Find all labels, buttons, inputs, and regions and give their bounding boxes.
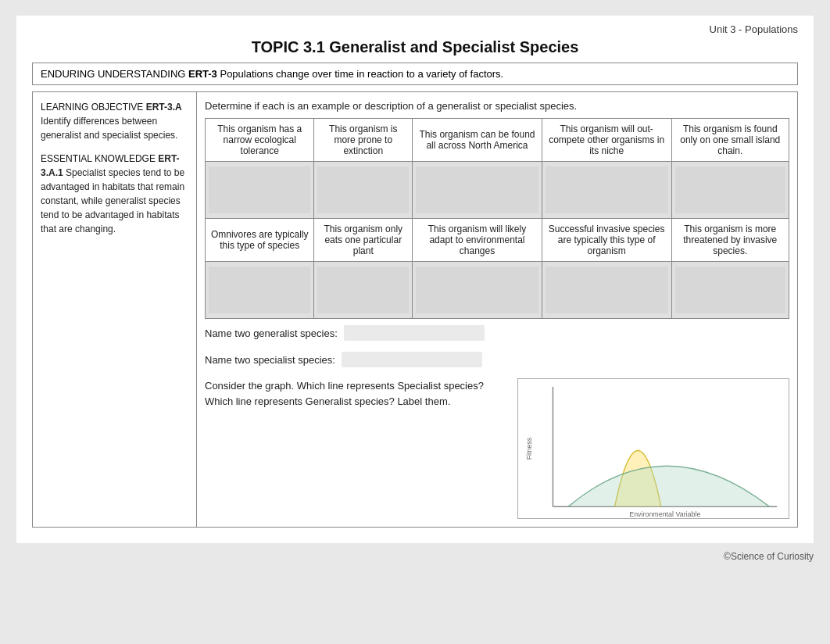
img-cell-1-1 [206, 162, 314, 219]
generalist-name-line: Name two generalist species: [205, 325, 789, 341]
bottom-section: Name two generalist species: Name two sp… [205, 325, 789, 519]
enduring-text: Populations change over time in reaction… [217, 68, 503, 80]
graph-box: Environmental Variable Fitness [517, 378, 789, 519]
img-cell-1-5 [671, 162, 789, 219]
cell-1-3: This organism can be found all across No… [413, 119, 542, 162]
image-row-2 [206, 262, 789, 319]
unit-label: Unit 3 - Populations [32, 23, 798, 35]
classification-grid: This organism has a narrow ecological to… [205, 118, 789, 319]
topic-title: TOPIC 3.1 Generalist and Specialist Spec… [32, 38, 798, 56]
specialist-label: Name two specialist species: [205, 354, 335, 366]
page-wrapper: Unit 3 - Populations TOPIC 3.1 Generalis… [16, 16, 814, 543]
essential-knowledge-block: ESSENTIAL KNOWLEDGE ERT-3.A.1 Specialist… [41, 152, 188, 236]
copyright-footer: ©Science of Curiosity [16, 551, 814, 562]
text-row-2: Omnivores are typically this type of spe… [206, 219, 789, 262]
learning-obj-bold: ERT-3.A [146, 102, 182, 113]
img-cell-1-4 [542, 162, 671, 219]
cell-1-5: This organism is found only on one small… [671, 119, 789, 162]
graph-svg: Environmental Variable Fitness [518, 379, 789, 518]
learning-obj-label: LEARNING OBJECTIVE [41, 102, 146, 113]
text-row-1: This organism has a narrow ecological to… [206, 119, 789, 162]
img-cell-2-5 [671, 262, 789, 319]
essential-label: ESSENTIAL KNOWLEDGE [41, 153, 156, 164]
graph-question-section: Consider the graph. Which line represent… [205, 378, 789, 519]
specialist-answer[interactable] [342, 352, 482, 367]
img-cell-1-3 [413, 162, 542, 219]
svg-text:Fitness: Fitness [525, 437, 533, 460]
left-panel: LEARNING OBJECTIVE ERT-3.A Identify diff… [33, 92, 197, 527]
image-row-1 [206, 162, 789, 219]
img-cell-2-2 [314, 262, 413, 319]
instruction-text: Determine if each is an example or descr… [205, 100, 789, 112]
enduring-prefix: ENDURING UNDERSTANDING [41, 68, 188, 80]
cell-2-1: Omnivores are typically this type of spe… [206, 219, 314, 262]
main-area: LEARNING OBJECTIVE ERT-3.A Identify diff… [32, 91, 798, 528]
img-cell-2-3 [413, 262, 542, 319]
cell-1-4: This organism will out-compete other org… [542, 119, 671, 162]
cell-2-4: Successful invasive species are typicall… [542, 219, 671, 262]
cell-2-5: This organism is more threatened by inva… [671, 219, 789, 262]
generalist-answer[interactable] [344, 325, 485, 341]
learning-obj-text: Identify differences between generalist … [41, 114, 188, 142]
specialist-name-line: Name two specialist species: [205, 352, 789, 367]
cell-2-3: This organism will likely adapt to envir… [413, 219, 542, 262]
right-panel: Determine if each is an example or descr… [197, 92, 797, 527]
svg-text:Environmental Variable: Environmental Variable [629, 510, 700, 518]
enduring-understanding: ENDURING UNDERSTANDING ERT-3 Populations… [32, 63, 798, 85]
generalist-label: Name two generalist species: [205, 327, 338, 339]
cell-2-2: This organism only eats one particular p… [314, 219, 413, 262]
cell-1-2: This organism is more prone to extinctio… [314, 119, 413, 162]
img-cell-1-2 [314, 162, 413, 219]
img-cell-2-4 [542, 262, 671, 319]
img-cell-2-1 [206, 262, 314, 319]
graph-question-text: Consider the graph. Which line represent… [205, 378, 502, 409]
enduring-bold: ERT-3 [188, 68, 217, 80]
learning-objective-block: LEARNING OBJECTIVE ERT-3.A Identify diff… [41, 100, 188, 142]
cell-1-1: This organism has a narrow ecological to… [206, 119, 314, 162]
